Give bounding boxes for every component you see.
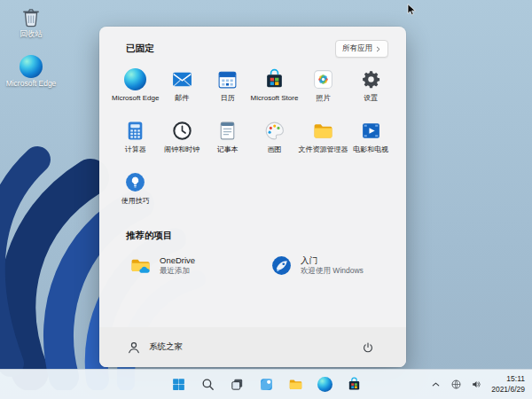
tray-overflow-button[interactable] [427,377,443,393]
network-icon [450,379,462,390]
tips-bulb-icon [124,171,146,193]
power-icon [362,341,374,354]
pinned-app-calendar[interactable]: 日历 [205,66,251,113]
calculator-icon [124,120,146,142]
mail-icon [171,68,193,90]
file-explorer-button[interactable] [285,374,306,395]
pinned-app-microsoft-store[interactable]: Microsoft Store [251,66,299,113]
photos-icon [312,68,334,90]
edge-button[interactable] [314,374,335,395]
user-name: 系统之家 [149,341,183,353]
start-menu-footer: 系统之家 [99,327,406,367]
search-button[interactable] [197,374,218,395]
pinned-header-row: 已固定 所有应用 [112,40,394,58]
volume-icon [471,379,482,390]
store-icon [347,377,362,392]
tray-time: 15:11 [491,374,525,384]
recommended-item-title: OneDrive [160,255,195,266]
pinned-app-calculator[interactable]: 计算器 [112,117,159,164]
clock-icon [171,120,193,142]
recommended-section-title: 推荐的项目 [126,230,394,242]
store-button[interactable] [343,374,364,395]
recommended-item-subtitle: 最近添加 [160,266,195,276]
volume-button[interactable] [468,377,484,393]
taskbar: 15:11 2021/6/29 [0,369,532,399]
folder-icon [312,120,334,142]
edge-icon [317,377,332,392]
file-explorer-icon [288,377,303,392]
pinned-app-mail[interactable]: 邮件 [159,66,205,113]
recommended-item-get-started[interactable]: 入门 欢迎使用 Windows [253,251,394,280]
notepad-icon [216,120,239,142]
pinned-app-paint[interactable]: 画图 [251,117,299,164]
get-started-icon [270,254,293,277]
user-profile-button[interactable]: 系统之家 [126,340,183,356]
recommended-item-onedrive[interactable]: OneDrive 最近添加 [112,251,253,280]
recommended-item-subtitle: 欢迎使用 Windows [301,266,364,276]
widgets-button[interactable] [255,374,277,395]
pinned-app-tips[interactable]: 使用技巧 [112,168,159,215]
chevron-up-icon [430,379,442,390]
task-view-icon [230,377,245,392]
task-view-button[interactable] [226,374,247,395]
pinned-app-alarms-clock[interactable]: 闹钟和时钟 [159,117,205,164]
paint-palette-icon [263,120,286,142]
start-menu: 已固定 所有应用 Microsoft Edge 邮件 [99,27,406,367]
pinned-app-photos[interactable]: 照片 [298,66,348,113]
desktop-icon-edge[interactable]: Microsoft Edge [5,55,57,89]
pinned-section-title: 已固定 [126,43,154,55]
movies-tv-icon [360,120,382,142]
power-button[interactable] [356,336,379,359]
start-button[interactable] [168,374,189,395]
desktop-icon-recycle-bin[interactable]: 回收站 [5,5,57,39]
widgets-icon [259,377,274,392]
search-icon [200,377,215,392]
desktop-icon-label: 回收站 [20,30,43,39]
system-tray: 15:11 2021/6/29 [427,370,528,399]
tray-date: 2021/6/29 [491,385,525,395]
desktop-icon-label: Microsoft Edge [6,80,57,89]
pinned-app-movies-tv[interactable]: 电影和电视 [348,117,394,164]
calendar-icon [216,68,239,90]
recycle-bin-icon [20,5,43,28]
store-icon [263,68,286,90]
pinned-app-settings[interactable]: 设置 [348,66,394,113]
network-button[interactable] [448,377,464,393]
desktop: 回收站 Microsoft Edge 已固定 所有应用 Microsoft Ed… [0,0,532,399]
settings-gear-icon [360,68,382,90]
pinned-app-microsoft-edge[interactable]: Microsoft Edge [112,66,159,113]
onedrive-icon [129,254,152,277]
recommended-item-title: 入门 [301,255,364,266]
recommended-list: OneDrive 最近添加 入门 欢迎使用 Windows [112,251,394,280]
pinned-apps-grid: Microsoft Edge 邮件 日历 [112,66,394,215]
all-apps-label: 所有应用 [342,43,372,54]
chevron-right-icon [375,46,381,52]
pinned-app-notepad[interactable]: 记事本 [205,117,251,164]
clock-date-button[interactable]: 15:11 2021/6/29 [491,374,528,394]
pinned-app-file-explorer[interactable]: 文件资源管理器 [298,117,348,164]
start-icon [171,377,186,392]
all-apps-button[interactable]: 所有应用 [335,40,388,58]
edge-icon [20,55,43,78]
edge-icon [124,68,146,90]
mouse-cursor [404,3,419,17]
user-icon [126,340,142,356]
